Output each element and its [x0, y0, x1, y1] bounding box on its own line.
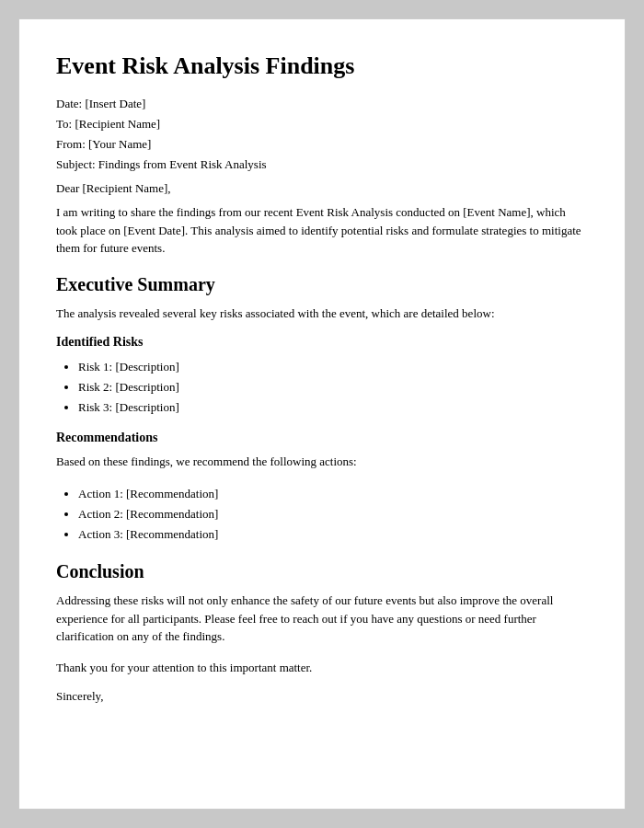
- conclusion-text2: Thank you for your attention to this imp…: [56, 659, 588, 677]
- from-field: From: [Your Name]: [56, 137, 588, 152]
- list-item: Risk 3: [Description]: [78, 397, 588, 418]
- executive-summary-text: The analysis revealed several key risks …: [56, 305, 588, 323]
- recommendations-list: Action 1: [Recommendation] Action 2: [Re…: [78, 484, 588, 545]
- sign-off: Sincerely,: [56, 689, 588, 704]
- identified-risks-list: Risk 1: [Description] Risk 2: [Descripti…: [78, 357, 588, 418]
- list-item: Action 3: [Recommendation]: [78, 524, 588, 545]
- intro-paragraph: I am writing to share the findings from …: [56, 203, 588, 258]
- conclusion-heading: Conclusion: [56, 561, 588, 582]
- document-container: Event Risk Analysis Findings Date: [Inse…: [18, 18, 626, 810]
- list-item: Action 2: [Recommendation]: [78, 504, 588, 524]
- date-field: Date: [Insert Date]: [56, 97, 588, 111]
- to-field: To: [Recipient Name]: [56, 117, 588, 132]
- document-title: Event Risk Analysis Findings: [56, 52, 588, 80]
- recommendations-heading: Recommendations: [56, 431, 588, 445]
- recommendations-intro: Based on these findings, we recommend th…: [56, 453, 588, 471]
- executive-summary-heading: Executive Summary: [56, 274, 588, 295]
- list-item: Action 1: [Recommendation]: [78, 484, 588, 504]
- subject-field: Subject: Findings from Event Risk Analys…: [56, 157, 588, 172]
- list-item: Risk 2: [Description]: [78, 377, 588, 397]
- identified-risks-heading: Identified Risks: [56, 335, 588, 350]
- greeting-line: Dear [Recipient Name],: [56, 181, 588, 196]
- conclusion-text1: Addressing these risks will not only enh…: [56, 592, 588, 646]
- list-item: Risk 1: [Description]: [78, 357, 588, 377]
